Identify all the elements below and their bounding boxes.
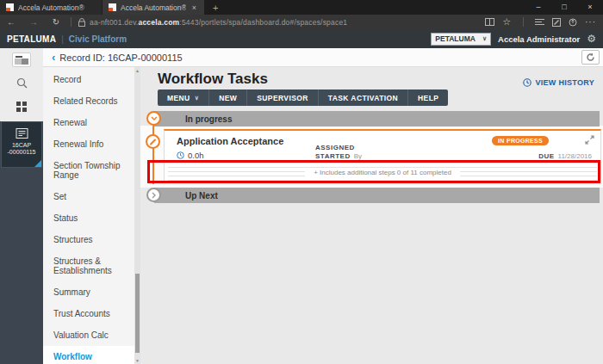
- menu-label: MENU: [167, 94, 190, 102]
- refresh-icon: [586, 52, 595, 62]
- record-tab-tile[interactable]: 16CAP -00000115: [1, 121, 42, 168]
- hub-icon[interactable]: [535, 18, 544, 26]
- due-label: DUE: [538, 152, 554, 160]
- window-controls: – □ ×: [525, 0, 603, 15]
- history-clock-icon: [523, 78, 532, 87]
- task-status-icon: [146, 134, 160, 149]
- nav-item-status[interactable]: Status: [43, 207, 134, 229]
- nav-item-structures[interactable]: Structures: [43, 229, 134, 250]
- nav-scrollbar[interactable]: ▲ ▼: [134, 67, 140, 364]
- tab-title: Accela Automation®: [18, 3, 96, 12]
- back-chevron-icon[interactable]: ‹: [52, 51, 55, 64]
- in-progress-expand-toggle[interactable]: [146, 111, 161, 126]
- chevron-down-icon: ∨: [195, 95, 200, 102]
- hours-value: 0.0h: [188, 151, 204, 160]
- started-label: STARTED: [315, 152, 351, 160]
- web-note-icon[interactable]: [552, 18, 561, 27]
- launchpad-icon: [12, 52, 31, 67]
- nav-item-workflow[interactable]: Workflow: [43, 346, 134, 364]
- section-in-progress[interactable]: In progress: [154, 111, 600, 126]
- reading-view-icon[interactable]: [485, 18, 494, 26]
- due-date: 11/28/2016: [558, 152, 592, 160]
- browser-titlebar: Accela Automation® Accela Automation® × …: [0, 0, 603, 15]
- divider: |: [61, 34, 64, 44]
- nav-item-valuation-calc[interactable]: Valuation Calc: [43, 324, 134, 346]
- browser-tab-active[interactable]: Accela Automation® ×: [103, 0, 204, 15]
- nav-item-renewal-info[interactable]: Renewal Info: [43, 133, 134, 155]
- search-icon: [16, 77, 28, 89]
- nav-item-renewal[interactable]: Renewal: [43, 112, 134, 133]
- refresh-record-button[interactable]: [581, 50, 600, 65]
- user-name[interactable]: Accela Administrator: [498, 34, 580, 44]
- new-label: NEW: [219, 94, 237, 102]
- grid-icon: [16, 102, 27, 112]
- menu-button[interactable]: MENU ∨: [158, 89, 209, 106]
- pencil-icon: [150, 139, 157, 145]
- search-button[interactable]: [0, 71, 43, 95]
- left-rail: 16CAP -00000115: [0, 48, 43, 364]
- nav-item-summary[interactable]: Summary: [43, 281, 134, 303]
- nav-item-related-records[interactable]: Related Records: [43, 90, 134, 112]
- section-up-next[interactable]: Up Next: [154, 188, 600, 203]
- agency-select[interactable]: PETALUMA ∨: [431, 33, 491, 46]
- forward-icon[interactable]: →: [22, 17, 45, 27]
- nav-item-set[interactable]: Set: [43, 186, 134, 207]
- accela-favicon: [109, 3, 116, 11]
- in-progress-label: In progress: [185, 114, 232, 124]
- record-nav-list: Record Related Records Renewal Renewal I…: [43, 67, 140, 364]
- nav-item-structures-establishments[interactable]: Structures & Establishments: [43, 250, 134, 281]
- clock-icon: [177, 151, 184, 159]
- chevron-right-icon: [152, 192, 156, 199]
- started-field: STARTED By: [315, 152, 362, 160]
- nav-item-section-township-range[interactable]: Section Township Range: [43, 155, 134, 186]
- supervisor-label: SUPERVISOR: [257, 94, 308, 102]
- scroll-up-icon[interactable]: ▲: [134, 68, 140, 73]
- task-activation-button[interactable]: TASK ACTIVATION: [319, 89, 408, 106]
- share-icon[interactable]: [569, 18, 577, 27]
- gear-icon[interactable]: ⚙: [587, 34, 596, 44]
- page-title: Workflow Tasks: [158, 71, 268, 88]
- tile-corner-flag: [34, 160, 41, 167]
- browser-addressbar: ← → ↻ aa-nft001.dev.accela.com:5443/port…: [0, 15, 603, 29]
- agency-name: PETALUMA: [7, 34, 56, 44]
- scroll-down-icon[interactable]: ▼: [134, 358, 140, 363]
- divider: [71, 17, 71, 27]
- document-icon: [16, 128, 28, 139]
- record-header-bar: ‹ Record ID: 16CAP-00000115: [43, 48, 603, 67]
- product-name-link[interactable]: Civic Platform: [69, 34, 127, 44]
- assigned-field: ASSIGNED: [315, 138, 355, 153]
- up-next-expand-toggle[interactable]: [146, 188, 161, 202]
- nav-item-record[interactable]: Record: [43, 69, 134, 90]
- url-text[interactable]: aa-nft001.dev.accela.com:5443/portlets/s…: [90, 18, 347, 27]
- browser-tab-inactive[interactable]: Accela Automation®: [0, 0, 102, 15]
- new-button[interactable]: NEW: [209, 89, 247, 106]
- maximize-icon[interactable]: □: [551, 0, 577, 15]
- launchpad-button[interactable]: [0, 48, 43, 71]
- tab-close-icon[interactable]: ×: [190, 3, 198, 12]
- nav-scrollbar-thumb[interactable]: [135, 274, 140, 353]
- expand-icon[interactable]: [585, 135, 594, 145]
- started-by: By: [354, 152, 362, 160]
- supervisor-button[interactable]: SUPERVISOR: [247, 89, 319, 106]
- url-box[interactable]: aa-nft001.dev.accela.com:5443/portlets/s…: [75, 18, 485, 27]
- close-icon[interactable]: ×: [577, 0, 603, 15]
- apps-grid-button[interactable]: [0, 95, 43, 118]
- nav-item-trust-accounts[interactable]: Trust Accounts: [43, 303, 134, 324]
- refresh-icon[interactable]: ↻: [45, 17, 67, 27]
- up-next-label: Up Next: [185, 191, 218, 201]
- tab-title: Accela Automation®: [121, 3, 186, 12]
- view-history-link[interactable]: VIEW HISTORY: [523, 78, 594, 87]
- task-name: Application Acceptance: [177, 136, 283, 146]
- help-button[interactable]: HELP: [408, 89, 448, 106]
- tile-record-id2: -00000115: [8, 149, 36, 156]
- chevron-down-icon: ∨: [482, 35, 487, 42]
- new-tab-button[interactable]: +: [204, 0, 227, 15]
- due-field: DUE 11/28/2016: [538, 152, 592, 160]
- tile-record-id: 16CAP: [12, 142, 31, 149]
- minimize-icon[interactable]: –: [525, 0, 551, 15]
- accela-favicon: [6, 3, 14, 11]
- favorite-star-icon[interactable]: ☆: [502, 16, 512, 28]
- back-icon[interactable]: ←: [0, 17, 22, 27]
- more-icon[interactable]: ···: [585, 17, 596, 27]
- task-hours: 0.0h: [177, 151, 204, 160]
